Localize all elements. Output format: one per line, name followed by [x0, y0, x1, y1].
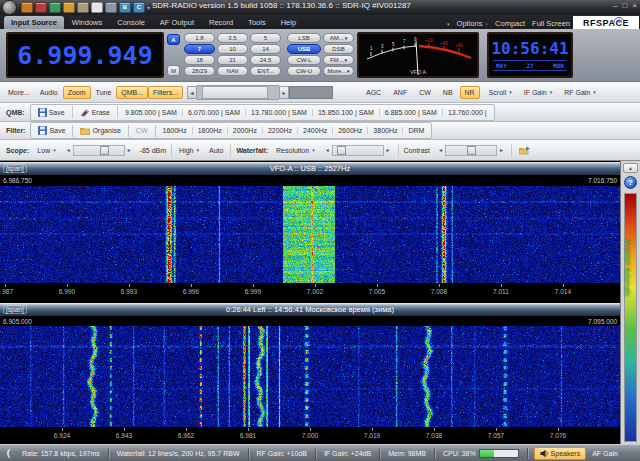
qmb-memory-button[interactable]: 13.780.000 | SAM — [246, 109, 313, 116]
scrollbar-thumb[interactable] — [202, 86, 268, 99]
collapse-panel-button[interactable]: ▲ — [623, 163, 638, 173]
band-button-28-29[interactable]: 28/29 — [184, 66, 215, 76]
qmb-button[interactable]: QMB... — [116, 86, 148, 99]
af-gain-label[interactable]: AF Gain — [592, 450, 618, 457]
mode-button-dsb[interactable]: DSB — [323, 44, 354, 54]
file-icon[interactable] — [91, 2, 103, 13]
agc-toggle[interactable]: AGC — [361, 86, 386, 99]
mode-button-usb[interactable]: USB — [287, 44, 321, 54]
spectrum-pan-scrollbar[interactable]: ◄ ► — [187, 86, 333, 99]
ribbon-collapse-icon[interactable]: ▾ — [447, 21, 450, 27]
menu-tab-af-output[interactable]: AF Output — [153, 16, 201, 29]
help-button[interactable]: ? — [624, 176, 637, 189]
slider-thumb[interactable] — [337, 146, 346, 155]
display-icon[interactable] — [49, 2, 61, 13]
scroll-left-icon[interactable]: ◄ — [187, 86, 197, 99]
mode-button-more[interactable]: More...▾ — [323, 66, 354, 76]
slider-right-icon[interactable]: ► — [125, 147, 134, 153]
waterfall-color-legend[interactable] — [624, 193, 637, 442]
band-button-3-5[interactable]: 3.5 — [217, 33, 248, 43]
filter-width-2000hz[interactable]: 2000Hz — [228, 127, 263, 134]
resolution-slider[interactable]: ◄ ► — [323, 145, 393, 156]
band-button-nav[interactable]: NAV — [217, 66, 248, 76]
qmb-memory-button[interactable]: 13.760.000 | — [443, 109, 492, 116]
vfo-a-button[interactable]: A — [167, 34, 180, 45]
scope-high-dropdown[interactable]: High▾ — [174, 144, 204, 157]
menu-tab-tools[interactable]: Tools — [241, 16, 273, 29]
qmb-memory-button[interactable]: 6.885.000 | SAM — [380, 109, 443, 116]
zoom-button[interactable]: Zoom — [63, 86, 91, 99]
band-button-21[interactable]: 21 — [217, 55, 248, 65]
qmb-erase-button[interactable]: Erase — [75, 105, 115, 120]
band-button-5[interactable]: 5 — [250, 33, 281, 43]
waterfall1-header[interactable]: [span] VFO-A :: USB :: 2527Hz — [0, 161, 620, 175]
filter-save-button[interactable]: Save — [33, 123, 70, 138]
filter-width-1800hz[interactable]: 1800Hz — [193, 127, 228, 134]
vfo-b-icon[interactable]: B — [119, 2, 131, 13]
waterfall2-display[interactable] — [0, 326, 620, 427]
memories-icon[interactable] — [77, 2, 89, 13]
memory-button[interactable]: M — [167, 65, 180, 76]
filter-width-2400hz[interactable]: 2400Hz — [298, 127, 333, 134]
scope-low-slider[interactable]: ◄ ► — [64, 145, 134, 156]
band-button-10[interactable]: 10 — [217, 44, 248, 54]
rf-gain-dropdown[interactable]: RF Gain▾ — [559, 86, 601, 99]
waterfall-options-button[interactable] — [514, 143, 535, 158]
slider-right-icon[interactable]: ► — [384, 147, 393, 153]
filter-width-2600hz[interactable]: 2600Hz — [333, 127, 368, 134]
filter-width-1600hz[interactable]: 1600Hz — [158, 127, 193, 134]
nr-toggle[interactable]: NR — [460, 86, 480, 99]
options-menu[interactable]: Options ▾ — [457, 19, 488, 28]
qmb-memory-button[interactable]: 9.805.000 | SAM — [120, 109, 183, 116]
band-button-ent[interactable]: ENT... — [250, 66, 281, 76]
filter-cw-button[interactable]: CW — [131, 124, 153, 137]
band-button-14[interactable]: 14 — [250, 44, 281, 54]
qmb-memory-button[interactable]: 15.850.100 | SAM — [313, 109, 380, 116]
tuner-icon[interactable] — [21, 2, 33, 13]
mode-button-cw-u[interactable]: CW-U — [287, 66, 321, 76]
slider-right-icon[interactable]: ► — [497, 147, 506, 153]
close-button[interactable]: × — [632, 1, 637, 10]
anf-toggle[interactable]: ANF — [388, 86, 412, 99]
scope-auto-button[interactable]: Auto — [204, 144, 228, 157]
qmb-save-button[interactable]: Save — [33, 105, 70, 120]
scroll-dropdown[interactable]: Scroll▾ — [484, 86, 517, 99]
scope-low-dropdown[interactable]: Low▾ — [32, 144, 60, 157]
more-button[interactable]: More... — [3, 86, 35, 99]
toolbar-customize-icon[interactable]: ▾ — [147, 4, 150, 11]
waterfall-resolution-dropdown[interactable]: Resolution▾ — [271, 144, 320, 157]
filter-width-2200hz[interactable]: 2200Hz — [263, 127, 298, 134]
menu-tab-help[interactable]: Help — [274, 16, 303, 29]
slider-thumb[interactable] — [100, 146, 109, 155]
waterfall1-display[interactable] — [0, 186, 620, 283]
scroll-right-icon[interactable]: ► — [279, 86, 289, 99]
compact-button[interactable]: Compact — [495, 19, 525, 28]
filter-width-3800hz[interactable]: 3800Hz — [368, 127, 403, 134]
slider-left-icon[interactable]: ◄ — [323, 147, 332, 153]
mode-button-lsb[interactable]: LSB — [287, 33, 321, 43]
maximize-button[interactable]: □ — [622, 1, 627, 10]
contrast-slider[interactable]: ◄ ► — [436, 145, 506, 156]
band-button-7[interactable]: 7 — [184, 44, 215, 54]
home-icon[interactable] — [105, 2, 117, 13]
menu-tab-windows[interactable]: Windows — [65, 16, 109, 29]
qmb-memory-button[interactable]: 6.070.000 | SAM — [183, 109, 246, 116]
calendar-icon[interactable] — [63, 2, 75, 13]
menu-tab-input-source[interactable]: Input Source — [4, 16, 64, 29]
slider-thumb[interactable] — [467, 146, 476, 155]
band-button-24-5[interactable]: 24.5 — [250, 55, 281, 65]
span-button[interactable]: [span] — [3, 305, 27, 314]
menu-tab-record[interactable]: Record — [202, 16, 240, 29]
tools-icon[interactable] — [35, 2, 47, 13]
frequency-display[interactable]: 6.999.949 — [6, 32, 164, 78]
slider-left-icon[interactable]: ◄ — [436, 147, 445, 153]
mode-button-cw-l[interactable]: CW-L — [287, 55, 321, 65]
fullscreen-button[interactable]: Full Screen — [532, 19, 570, 28]
waterfall2-header[interactable]: [span] 0:26:44 Left :: 14:56:41 Московск… — [0, 302, 620, 316]
cw-toggle[interactable]: CW — [414, 86, 436, 99]
band-button-18[interactable]: 18 — [184, 55, 215, 65]
menu-tab-console[interactable]: Console — [110, 16, 152, 29]
mode-button-fm[interactable]: FM...▾ — [323, 55, 354, 65]
span-button[interactable]: [span] — [3, 164, 27, 173]
if-gain-dropdown[interactable]: IF Gain▾ — [519, 86, 557, 99]
